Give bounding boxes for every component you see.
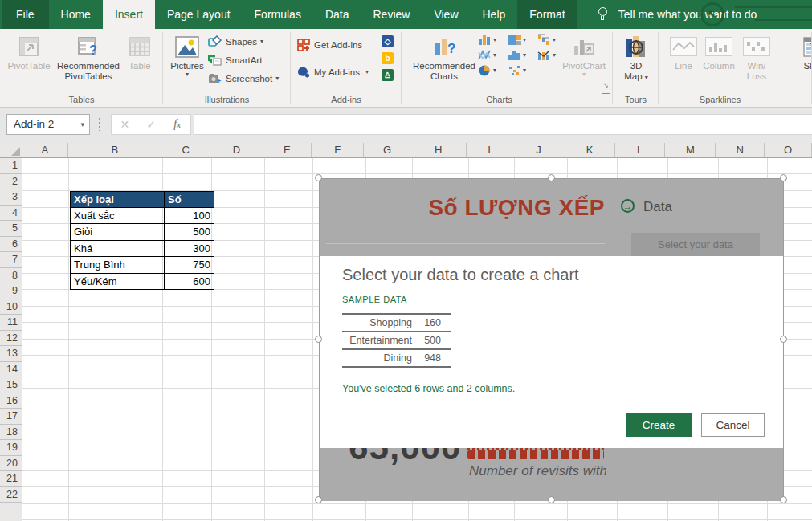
table-cell-label[interactable]: Yếu/Kém bbox=[70, 274, 165, 291]
column-header-L[interactable]: L bbox=[615, 143, 666, 157]
tab-file[interactable]: File bbox=[2, 0, 49, 29]
select-your-data-button[interactable]: Select your data bbox=[631, 233, 760, 256]
my-addins-button[interactable]: My Add-ins ▾ bbox=[297, 66, 369, 78]
column-header-M[interactable]: M bbox=[665, 143, 716, 157]
get-addins-button[interactable]: Get Add-ins bbox=[297, 39, 362, 51]
resize-handle-top-middle[interactable] bbox=[548, 174, 555, 181]
column-header-J[interactable]: J bbox=[512, 143, 565, 157]
row-header-13[interactable]: 13 bbox=[0, 346, 22, 362]
table-cell-label[interactable]: Giỏi bbox=[70, 224, 165, 241]
cancel-entry-icon[interactable]: ✕ bbox=[112, 118, 138, 131]
row-header-15[interactable]: 15 bbox=[0, 377, 22, 393]
recommended-pivottables-button[interactable]: ? Recommended PivotTables bbox=[51, 32, 125, 82]
name-box-dropdown-caret[interactable]: ▾ bbox=[80, 115, 84, 134]
table-cell-value[interactable]: 600 bbox=[164, 274, 214, 291]
row-header-9[interactable]: 9 bbox=[0, 283, 22, 299]
insert-scatter-chart-button[interactable]: ▾ bbox=[508, 64, 526, 76]
tab-home[interactable]: Home bbox=[49, 0, 103, 29]
row-header-17[interactable]: 17 bbox=[0, 409, 22, 425]
insert-pie-chart-button[interactable]: ▾ bbox=[478, 64, 496, 76]
column-header-K[interactable]: K bbox=[565, 143, 615, 157]
row-header-5[interactable]: 5 bbox=[0, 221, 22, 237]
resize-handle-bottom-right[interactable] bbox=[780, 496, 787, 503]
tab-help[interactable]: Help bbox=[471, 0, 518, 29]
row-header-16[interactable]: 16 bbox=[0, 393, 22, 409]
row-header-1[interactable]: 1 bbox=[0, 158, 22, 174]
tab-insert[interactable]: Insert bbox=[103, 0, 155, 29]
row-header-6[interactable]: 6 bbox=[0, 237, 22, 253]
addin-shortcut-bing[interactable]: b bbox=[382, 52, 394, 64]
row-header-11[interactable]: 11 bbox=[0, 315, 22, 331]
row-header-2[interactable]: 2 bbox=[0, 174, 22, 190]
resize-handle-middle-left[interactable] bbox=[315, 336, 322, 343]
column-header-O[interactable]: O bbox=[765, 143, 812, 157]
addin-shortcut-visio[interactable]: ◇ bbox=[382, 35, 394, 47]
table-header-cell[interactable]: Xếp loại bbox=[70, 191, 165, 208]
name-box[interactable]: Add-in 2 ▾ bbox=[6, 114, 90, 135]
cancel-button[interactable]: Cancel bbox=[701, 413, 765, 437]
table-cell-label[interactable]: Trung Bình bbox=[70, 257, 165, 274]
row-header-10[interactable]: 10 bbox=[0, 299, 22, 315]
addin-shortcut-people-graph[interactable]: ♙ bbox=[382, 69, 394, 81]
pictures-button[interactable]: Pictures ▾ bbox=[166, 32, 208, 78]
tab-formulas[interactable]: Formulas bbox=[243, 0, 313, 29]
charts-dialog-launcher[interactable] bbox=[602, 85, 610, 94]
create-button[interactable]: Create bbox=[626, 413, 692, 437]
tab-format[interactable]: Format bbox=[517, 0, 577, 29]
insert-combo-chart-button[interactable]: ▾ bbox=[537, 49, 556, 61]
row-header-7[interactable]: 7 bbox=[0, 252, 22, 268]
insert-histogram-chart-button[interactable]: ▾ bbox=[508, 49, 526, 61]
resize-handle-top-left[interactable] bbox=[315, 174, 322, 181]
addin-object[interactable]: Số LƯỢNG XẾP → Data Select your data Sel… bbox=[319, 178, 784, 500]
table-cell-value[interactable]: 750 bbox=[164, 257, 214, 274]
column-header-B[interactable]: B bbox=[68, 143, 161, 157]
column-header-C[interactable]: C bbox=[161, 143, 210, 157]
column-header-E[interactable]: E bbox=[263, 143, 312, 157]
column-header-H[interactable]: H bbox=[410, 143, 467, 157]
screenshot-button[interactable]: + Screenshot ▾ bbox=[208, 72, 279, 84]
resize-handle-bottom-left[interactable] bbox=[315, 496, 322, 503]
formula-input[interactable] bbox=[194, 114, 812, 135]
insert-hierarchy-chart-button[interactable]: ▾ bbox=[508, 34, 526, 46]
resize-handle-top-right[interactable] bbox=[780, 174, 787, 181]
table-cell-value[interactable]: 500 bbox=[164, 224, 214, 241]
row-header-4[interactable]: 4 bbox=[0, 206, 22, 222]
smartart-button[interactable]: SmartArt bbox=[208, 54, 262, 66]
insert-line-chart-button[interactable]: ▾ bbox=[478, 49, 496, 61]
confirm-entry-icon[interactable]: ✓ bbox=[138, 118, 165, 131]
column-header-N[interactable]: N bbox=[716, 143, 765, 157]
select-all-corner[interactable] bbox=[0, 143, 22, 157]
table-cell-label[interactable]: Xuất sắc bbox=[70, 208, 165, 225]
tab-data[interactable]: Data bbox=[313, 0, 361, 29]
resize-handle-middle-right[interactable] bbox=[780, 336, 787, 343]
table-cell-value[interactable]: 300 bbox=[164, 241, 214, 258]
column-header-G[interactable]: G bbox=[364, 143, 410, 157]
tab-view[interactable]: View bbox=[422, 0, 470, 29]
table-cell-value[interactable]: 100 bbox=[164, 208, 214, 225]
row-header-21[interactable]: 21 bbox=[0, 471, 22, 487]
row-header-20[interactable]: 20 bbox=[0, 456, 22, 472]
table-cell-label[interactable]: Khá bbox=[70, 241, 165, 258]
slicer-button[interactable]: Slicer bbox=[791, 32, 812, 71]
resize-handle-bottom-middle[interactable] bbox=[548, 496, 555, 503]
shapes-button[interactable]: Shapes ▾ bbox=[208, 35, 263, 47]
insert-column-chart-button[interactable]: ▾ bbox=[478, 34, 496, 46]
column-header-A[interactable]: A bbox=[22, 143, 69, 157]
tab-page-layout[interactable]: Page Layout bbox=[155, 0, 243, 29]
row-header-18[interactable]: 18 bbox=[0, 425, 22, 441]
tell-me-box[interactable]: Tell me what you want to do bbox=[598, 0, 757, 29]
column-header-F[interactable]: F bbox=[312, 143, 365, 157]
3d-map-button[interactable]: 3D Map ▾ bbox=[619, 32, 653, 82]
insert-waterfall-chart-button[interactable]: ▾ bbox=[537, 34, 556, 46]
row-header-12[interactable]: 12 bbox=[0, 331, 22, 347]
column-header-I[interactable]: I bbox=[467, 143, 512, 157]
row-header-3[interactable]: 3 bbox=[0, 189, 22, 206]
insert-function-icon[interactable]: fx bbox=[164, 118, 190, 131]
sheet-data-table[interactable]: Xếp loạiSố lượngXuất sắc100Giỏi500Khá300… bbox=[70, 191, 215, 290]
row-header-14[interactable]: 14 bbox=[0, 362, 22, 378]
row-header-22[interactable]: 22 bbox=[0, 487, 22, 503]
tab-review[interactable]: Review bbox=[361, 0, 422, 29]
table-header-cell[interactable]: Số lượng bbox=[164, 191, 214, 208]
row-header-8[interactable]: 8 bbox=[0, 268, 22, 284]
column-header-D[interactable]: D bbox=[210, 143, 263, 157]
